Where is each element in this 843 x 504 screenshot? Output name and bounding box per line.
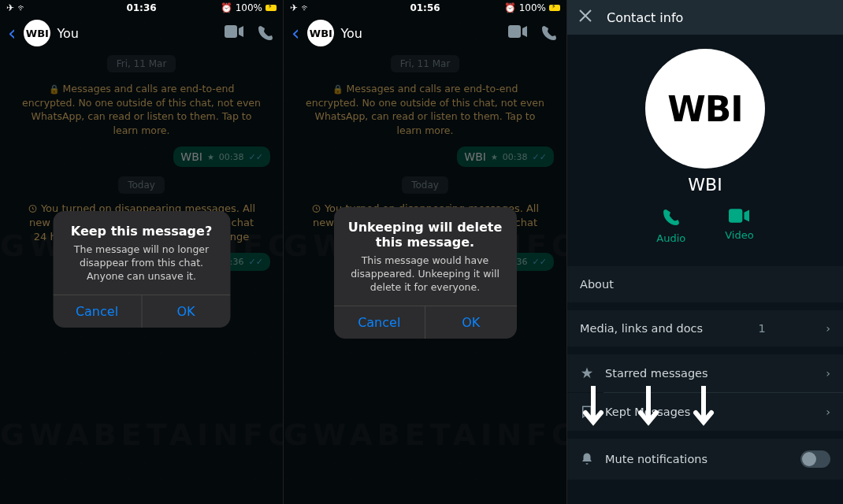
contact-info-header: Contact info [567,0,843,35]
clock: 01:36 [126,2,156,13]
chat-header: ‹ WBI You [284,16,566,50]
star-icon [580,366,594,380]
contact-avatar[interactable]: WBI [645,49,765,169]
dialog-title: Unkeeping will delete this message. [334,207,517,251]
mute-toggle[interactable] [800,450,830,468]
video-call-icon[interactable] [508,25,527,38]
contact-info-screen: Contact info WBI WBI Audio Video About M… [567,0,843,504]
chevron-right-icon: › [826,367,830,380]
ok-button[interactable]: OK [425,306,517,339]
svg-rect-4 [729,209,742,222]
contact-display-name: WBI [567,175,843,195]
mute-notifications-row[interactable]: Mute notifications [567,439,843,480]
media-count: 1 [759,322,771,335]
chat-header: ‹ WBI You [0,16,283,50]
ok-button[interactable]: OK [142,295,230,328]
audio-call-button[interactable]: Audio [656,209,685,244]
page-title: Contact info [607,10,683,25]
cancel-button[interactable]: Cancel [334,306,426,339]
unkeep-message-dialog: Unkeeping will delete this message. This… [334,207,517,339]
kept-messages-row[interactable]: Kept Messages › [567,393,843,431]
status-bar: ✈︎ᯤ 01:36 ⏰100% [0,0,283,16]
bell-icon [580,452,594,466]
chat-screen-unkeep: ✈︎ᯤ 01:56 ⏰100% ‹ WBI You Fri, 11 Mar 🔒 … [284,0,567,504]
about-section[interactable]: About [567,266,843,302]
dialog-message: The message will no longer disappear fro… [53,240,230,295]
status-bar: ✈︎ᯤ 01:56 ⏰100% [284,0,566,16]
avatar[interactable]: WBI [24,20,50,46]
chevron-right-icon: › [826,322,830,335]
avatar[interactable]: WBI [307,20,334,46]
keep-message-dialog: Keep this message? The message will no l… [53,211,230,328]
close-icon[interactable] [578,9,592,26]
contact-name[interactable]: You [57,26,79,41]
video-call-icon[interactable] [225,25,243,38]
cancel-button[interactable]: Cancel [53,295,142,328]
chat-screen-keep: ✈︎ᯤ 01:36 ⏰100% ‹ WBI You Fri, 11 Mar 🔒 … [0,0,284,504]
video-icon [729,209,749,223]
audio-call-icon[interactable] [541,25,557,41]
media-links-docs-row[interactable]: Media, links and docs 1 › [567,310,843,346]
dialog-title: Keep this message? [53,211,230,240]
video-call-button[interactable]: Video [725,209,753,244]
audio-call-icon[interactable] [258,25,273,41]
phone-icon [663,209,680,226]
back-button[interactable]: ‹ [8,21,16,45]
back-button[interactable]: ‹ [292,21,299,45]
starred-messages-row[interactable]: Starred messages › [567,354,843,392]
bookmark-icon [580,405,594,419]
svg-rect-2 [508,25,521,38]
dialog-message: This message would have disappeared. Unk… [334,251,517,306]
contact-name[interactable]: You [340,26,362,41]
chevron-right-icon: › [826,406,830,418]
clock: 01:56 [410,2,440,13]
svg-rect-0 [225,25,237,38]
